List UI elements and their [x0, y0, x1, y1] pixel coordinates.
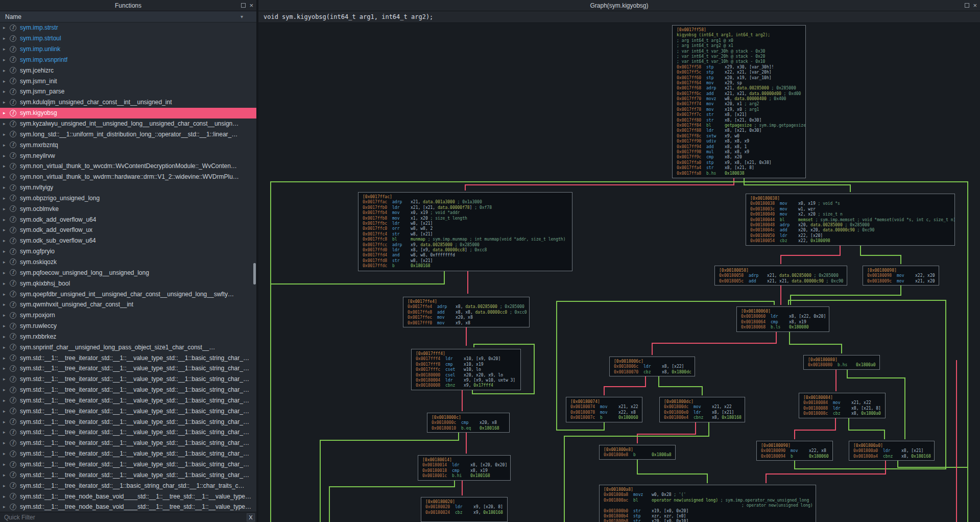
function-list-item[interactable]: ▸fsym.ocblmvke — [0, 203, 256, 214]
graph-block-0x00180020[interactable]: [0x00180020]0x00180020ldrx9, [x20, 8]0x0… — [421, 497, 508, 522]
expand-arrow-icon[interactable]: ▸ — [3, 323, 10, 328]
function-list-item[interactable]: ▸fsym.kigyobsg — [0, 108, 256, 118]
function-list-item[interactable]: ▸fsym.imp.vsnprintf — [0, 55, 256, 65]
expand-arrow-icon[interactable]: ▸ — [3, 79, 10, 84]
function-list-item[interactable]: ▸fsym.rxbbrkez — [0, 331, 256, 342]
expand-arrow-icon[interactable]: ▸ — [3, 163, 10, 169]
function-list-item[interactable]: ▸fsym.std::__1::__tree_iterator_std::__1… — [0, 480, 256, 491]
undock-icon[interactable] — [241, 3, 246, 8]
graph-block-0x00180060[interactable]: [0x00180060]0x00180060ldrx8, [x22, 0x20]… — [736, 306, 829, 332]
function-list-item[interactable]: ▸fsym.std::__1::__tree_node_base_void___… — [0, 491, 256, 502]
expand-arrow-icon[interactable]: ▸ — [3, 25, 10, 30]
expand-arrow-icon[interactable]: ▸ — [3, 143, 10, 148]
function-list-item[interactable]: ▸fsym.jsmn_init — [0, 76, 256, 86]
expand-arrow-icon[interactable]: ▸ — [3, 68, 10, 73]
expand-arrow-icon[interactable]: ▸ — [3, 174, 10, 179]
function-list-item[interactable]: ▸fsym.snprintf_char__unsigned_long_pass_… — [0, 342, 256, 352]
function-list-item[interactable]: ▸fsym.std::__1::__tree_iterator_std::__1… — [0, 406, 256, 416]
graph-block-0x00180014[interactable]: [0x00180014]0x00180014ldrx8, [x20, 0x20]… — [418, 455, 511, 481]
function-list-item[interactable]: ▸fsym.std::__1::__tree_iterator_std::__1… — [0, 363, 256, 374]
expand-arrow-icon[interactable]: ▸ — [3, 227, 10, 232]
function-list-item[interactable]: ▸fsym.non_virtual_thunk_to_wvcdm::WvCont… — [0, 161, 256, 172]
function-list-item[interactable]: ▸fsym.oskiqozk — [0, 257, 256, 268]
function-list-item[interactable]: ▸fsym.pqfoecow_unsigned_long__unsigned_l… — [0, 267, 256, 278]
function-list-item[interactable]: ▸fsym.kyzalwyu_unsigned_int__unsigned_lo… — [0, 118, 256, 129]
expand-arrow-icon[interactable]: ▸ — [3, 483, 10, 488]
expand-arrow-icon[interactable]: ▸ — [3, 100, 10, 105]
function-list-item[interactable]: ▸fsym.std::__1::__tree_iterator_std::__1… — [0, 459, 256, 470]
graph-block-0x00180084[interactable]: [0x00180084]0x00180084movx21, x220x00180… — [799, 393, 886, 418]
expand-arrow-icon[interactable]: ▸ — [3, 451, 10, 456]
expand-arrow-icon[interactable]: ▸ — [3, 494, 10, 499]
expand-arrow-icon[interactable]: ▸ — [3, 387, 10, 392]
function-list-item[interactable]: ▸fsym.neyilrvw — [0, 150, 256, 161]
graph-block-0x0018006c[interactable]: [0x0018006c]0x0018006cldrx8, [x22]0x0018… — [609, 357, 695, 376]
expand-arrow-icon[interactable]: ▸ — [3, 36, 10, 41]
function-list-item[interactable]: ▸fsym.std::__1::__tree_iterator_std::__1… — [0, 469, 256, 480]
function-list-item[interactable]: ▸fsym.long_std::__1::uniform_int_distrib… — [0, 129, 256, 139]
graph-block-0x00180058[interactable]: [0x00180058]0x00180058adrpx21, data.0028… — [714, 266, 847, 286]
graph-block-0x0017ff58[interactable]: [0x0017ff58]kigyobsg (int64_t arg1, int6… — [672, 25, 806, 178]
function-list-item[interactable]: ▸fsym.jcehizrc — [0, 65, 256, 76]
expand-arrow-icon[interactable]: ▸ — [3, 334, 10, 339]
quick-filter-input[interactable]: Quick Filter — [4, 514, 35, 521]
graph-block-0x001800dc[interactable]: [0x001800dc]0x001800dcmovx21, x220x00180… — [659, 397, 745, 422]
graph-block-0x0017ffac[interactable]: [0x0017ffac]0x0017ffacadrpx21, data.001a… — [358, 192, 572, 271]
graph-block-0x0017fff4[interactable]: [0x0017fff4]0x0017fff4ldrx10, [x9, 0x20]… — [411, 349, 521, 390]
expand-arrow-icon[interactable]: ▸ — [3, 270, 10, 275]
function-list-item[interactable]: ▸fsym.jsmn_parse — [0, 86, 256, 97]
function-list-item[interactable]: ▸fsym.odk_sub_overflow_u64 — [0, 235, 256, 246]
function-list-item[interactable]: ▸fsym.std::__1::__tree_iterator_std::__1… — [0, 416, 256, 427]
expand-arrow-icon[interactable]: ▸ — [3, 153, 10, 158]
function-list-item[interactable]: ▸fsym.kdulqljm_unsigned_char_const__int_… — [0, 97, 256, 108]
expand-arrow-icon[interactable]: ▸ — [3, 366, 10, 371]
expand-arrow-icon[interactable]: ▸ — [3, 398, 10, 403]
function-list-item[interactable]: ▸fsym.std::__1::__tree_iterator_std::__1… — [0, 374, 256, 385]
expand-arrow-icon[interactable]: ▸ — [3, 419, 10, 424]
function-list-item[interactable]: ▸fsym.std::__1::__tree_iterator_std::__1… — [0, 352, 256, 363]
scrollbar-handle[interactable] — [253, 263, 256, 284]
function-list-item[interactable]: ▸fsym.std::__1::__tree_iterator_std::__1… — [0, 427, 256, 438]
function-list-item[interactable]: ▸fsym.std::__1::__tree_iterator_std::__1… — [0, 438, 256, 448]
expand-arrow-icon[interactable]: ▸ — [3, 462, 10, 467]
graph-block-0x001800a8[interactable]: [0x001800a8]0x001800a8movzw0, 0x28 ; '('… — [599, 485, 816, 522]
expand-arrow-icon[interactable]: ▸ — [3, 259, 10, 265]
expand-arrow-icon[interactable]: ▸ — [3, 121, 10, 126]
expand-arrow-icon[interactable]: ▸ — [3, 110, 10, 115]
expand-arrow-icon[interactable]: ▸ — [3, 238, 10, 243]
expand-arrow-icon[interactable]: ▸ — [3, 430, 10, 435]
function-list-item[interactable]: ▸fsym.qkixbhsj_bool — [0, 278, 256, 289]
graph-block-0x0017ffe4[interactable]: [0x0017ffe4]0x0017ffe4adrpx8, data.00285… — [403, 297, 530, 327]
function-list-item[interactable]: ▸fsym.mxrbzntq — [0, 139, 256, 150]
function-list-item[interactable]: ▸fsym.imp.unlink — [0, 44, 256, 55]
expand-arrow-icon[interactable]: ▸ — [3, 302, 10, 307]
graph-block-0x001800a0[interactable]: [0x001800a0]0x001800a0ldrx8, [x21]0x0018… — [849, 441, 935, 461]
function-list-item[interactable]: ▸fsym.std::__1::__tree_iterator_std::__1… — [0, 448, 256, 459]
function-list-item[interactable]: ▸fsym.imp.strstr — [0, 22, 256, 33]
function-list-item[interactable]: ▸fsym.obpzrigo_unsigned_long — [0, 193, 256, 204]
undock-icon[interactable] — [965, 3, 969, 8]
expand-arrow-icon[interactable]: ▸ — [3, 57, 10, 62]
graph-block-0x00180090[interactable]: [0x00180090]0x00180090movx22, x80x001800… — [756, 441, 833, 461]
functions-list[interactable]: ▸fsym.imp.strstr▸fsym.imp.strtoul▸fsym.i… — [0, 22, 256, 512]
expand-arrow-icon[interactable]: ▸ — [3, 185, 10, 190]
function-list-item[interactable]: ▸fsym.rpoxjorn — [0, 310, 256, 321]
graph-block-0x001800e8[interactable]: [0x001800e8]0x001800e8b0x1800a8 — [599, 445, 676, 460]
expand-arrow-icon[interactable]: ▸ — [3, 89, 10, 94]
expand-arrow-icon[interactable]: ▸ — [3, 206, 10, 211]
expand-arrow-icon[interactable]: ▸ — [3, 281, 10, 286]
function-list-item[interactable]: ▸fsym.qoepfdbr_unsigned_int__unsigned_ch… — [0, 289, 256, 299]
function-list-item[interactable]: ▸fsym.non_virtual_thunk_to_wvdrm::hardwa… — [0, 172, 256, 182]
expand-arrow-icon[interactable]: ▸ — [3, 376, 10, 382]
expand-arrow-icon[interactable]: ▸ — [3, 472, 10, 478]
function-list-item[interactable]: ▸fsym.ogfpryio — [0, 246, 256, 257]
function-list-item[interactable]: ▸fsym.std::__1::__tree_iterator_std::__1… — [0, 385, 256, 395]
function-list-item[interactable]: ▸fsym.imp.strtoul — [0, 33, 256, 44]
function-list-item[interactable]: ▸fsym.ruwleccy — [0, 321, 256, 331]
expand-arrow-icon[interactable]: ▸ — [3, 504, 10, 509]
function-list-item[interactable]: ▸fsym.odk_add_overflow_u64 — [0, 214, 256, 225]
expand-arrow-icon[interactable]: ▸ — [3, 355, 10, 361]
function-list-item[interactable]: ▸fsym.odk_add_overflow_ux — [0, 225, 256, 235]
close-icon[interactable]: × — [973, 2, 977, 9]
graph-block-0x00180080[interactable]: [0x00180080]0x00180080b.hs0x1800a0 — [803, 355, 880, 370]
